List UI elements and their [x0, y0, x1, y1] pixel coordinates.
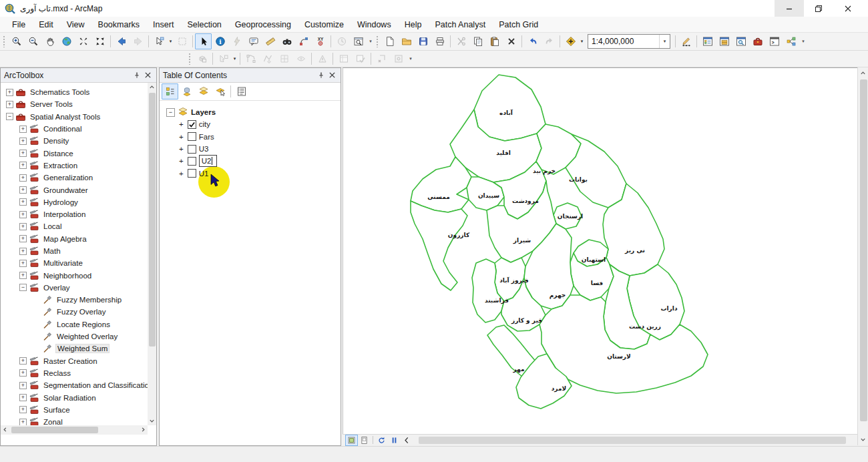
arctoolbox-item-server-tools[interactable]: +Server Tools — [1, 98, 148, 110]
expand-icon[interactable]: + — [19, 174, 27, 182]
modelbuilder-window-button[interactable] — [783, 33, 799, 49]
arctoolbox-item-reclass[interactable]: +Reclass — [1, 367, 148, 379]
zoom-out-button[interactable] — [25, 33, 41, 49]
arctoolbox-item-fuzzy-membership[interactable]: Fuzzy Membership — [1, 294, 148, 306]
clear-topology-button[interactable] — [373, 51, 390, 67]
time-slider-button[interactable] — [333, 33, 350, 49]
fix-topology-error-tool-button[interactable] — [314, 51, 331, 67]
list-by-drawing-order-button[interactable] — [162, 83, 178, 99]
expand-icon[interactable]: + — [19, 235, 27, 242]
go-forward-extent-button[interactable] — [130, 33, 146, 49]
pin-icon[interactable] — [132, 70, 142, 81]
menu-help[interactable]: Help — [398, 17, 429, 32]
topology-edit-tool-button[interactable] — [215, 51, 232, 67]
arctoolbox-item-map-algebra[interactable]: +Map Algebra — [1, 233, 148, 245]
hyperlink-button[interactable] — [228, 33, 245, 49]
arctoolbox-item-groundwater[interactable]: +Groundwater — [1, 184, 148, 196]
arctoolbox-item-distance[interactable]: +Distance — [1, 147, 148, 159]
arctoolbox-item-weighted-sum[interactable]: Weighted Sum — [1, 342, 148, 355]
split-polygons-button[interactable] — [259, 51, 276, 67]
close-button[interactable] — [833, 0, 863, 17]
expand-icon[interactable]: + — [19, 211, 27, 218]
scroll-left-icon[interactable] — [1, 425, 9, 434]
cut-button[interactable] — [453, 33, 469, 49]
expand-icon[interactable]: + — [19, 138, 27, 145]
add-data-button[interactable] — [562, 33, 579, 49]
map-scale-combo[interactable]: 1:4,000,000▾ — [588, 34, 670, 49]
identify-button[interactable]: i — [212, 33, 228, 49]
save-button[interactable] — [415, 33, 431, 49]
arctoolbox-item-overlay[interactable]: −Overlay — [1, 282, 148, 294]
python-window-button[interactable]: > — [766, 33, 783, 49]
scroll-up-icon[interactable] — [859, 69, 867, 77]
planarize-lines-button[interactable] — [276, 51, 292, 67]
expand-icon[interactable]: + — [19, 382, 27, 389]
expand-icon[interactable]: + — [19, 186, 27, 194]
expand-icon[interactable]: + — [19, 198, 27, 206]
chevron-down-icon[interactable]: ▾ — [232, 51, 238, 66]
expand-icon[interactable]: + — [6, 89, 13, 96]
pause-drawing-button[interactable] — [388, 435, 401, 446]
catalog-window-button[interactable] — [716, 33, 732, 49]
expand-icon[interactable]: + — [19, 357, 27, 365]
layer-visibility-checkbox[interactable] — [188, 145, 196, 154]
arctoolbox-item-density[interactable]: +Density — [1, 135, 148, 147]
open-button[interactable] — [398, 33, 415, 49]
menu-edit[interactable]: Edit — [32, 17, 60, 32]
minimize-button[interactable] — [775, 0, 804, 17]
toolbar-grip[interactable] — [376, 35, 379, 47]
arctoolbox-item-hydrology[interactable]: +Hydrology — [1, 196, 148, 208]
expand-icon[interactable]: + — [19, 394, 27, 401]
close-icon[interactable] — [327, 70, 337, 81]
collapse-icon[interactable]: − — [166, 108, 175, 117]
toc-layer-u1[interactable]: +U1 — [160, 167, 341, 179]
print-button[interactable] — [431, 33, 448, 49]
map-hscrollbar-thumb[interactable] — [419, 437, 846, 444]
arctoolbox-item-conditional[interactable]: +Conditional — [1, 123, 148, 135]
expand-icon[interactable]: + — [19, 248, 27, 255]
toc-layer-fars[interactable]: +Fars — [160, 131, 341, 143]
expand-icon[interactable]: + — [179, 170, 184, 178]
scroll-right-icon[interactable] — [139, 425, 148, 434]
arctoolbox-item-surface[interactable]: +Surface — [1, 404, 148, 416]
arctoolbox-item-spatial-analyst-tools[interactable]: −Spatial Analyst Tools — [1, 111, 148, 123]
collapse-icon[interactable]: − — [19, 284, 27, 291]
layer-visibility-checkbox[interactable] — [188, 120, 196, 129]
toolbar-overflow-icon[interactable]: ▾ — [367, 34, 375, 49]
arctoolbox-item-raster-creation[interactable]: +Raster Creation — [1, 355, 148, 367]
toc-layer-u3[interactable]: +U3 — [160, 143, 341, 155]
layout-view-button[interactable] — [358, 435, 371, 446]
pan-button[interactable] — [41, 33, 58, 49]
restore-button[interactable] — [804, 0, 833, 17]
new-map-file-button[interactable] — [381, 33, 398, 49]
arctoolbox-item-interpolation[interactable]: +Interpolation — [1, 208, 148, 220]
pin-icon[interactable] — [316, 70, 327, 81]
expand-icon[interactable]: + — [19, 150, 27, 157]
toc-root-layers[interactable]: −Layers — [160, 106, 341, 118]
menu-view[interactable]: View — [60, 17, 91, 32]
measure-button[interactable] — [262, 33, 278, 49]
arctoolbox-item-multivariate[interactable]: +Multivariate — [1, 257, 148, 269]
clear-selected-features-button[interactable] — [174, 33, 190, 49]
layer-visibility-checkbox[interactable] — [188, 132, 196, 141]
list-by-visibility-button[interactable] — [195, 83, 212, 99]
arctoolbox-item-local[interactable]: +Local — [1, 220, 148, 232]
layer-visibility-checkbox[interactable] — [188, 157, 196, 166]
arctoolbox-item-segmentation-and-classification[interactable]: +Segmentation and Classification — [1, 379, 148, 391]
select-elements-button[interactable] — [195, 33, 212, 49]
arctoolbox-item-weighted-overlay[interactable]: Weighted Overlay — [1, 330, 148, 342]
toc-options-button[interactable] — [233, 83, 250, 99]
map-canvas[interactable]: آبادهاقلیدخرم بیدبواناتنی ریزممسنیسپیدان… — [343, 67, 857, 434]
arctoolbox-vscrollbar[interactable] — [148, 83, 156, 425]
go-to-xy-button[interactable]: XY — [312, 33, 329, 49]
arctoolbox-window-button[interactable] — [749, 33, 766, 49]
toolbar-overflow-icon[interactable]: ▾ — [799, 34, 807, 49]
undo-button[interactable] — [524, 33, 541, 49]
search-window-button[interactable] — [732, 33, 749, 49]
topology-properties-button[interactable] — [390, 51, 407, 67]
table-of-contents-window-button[interactable] — [699, 33, 716, 49]
expand-icon[interactable]: + — [179, 120, 184, 128]
scroll-down-icon[interactable] — [859, 435, 867, 444]
refresh-button[interactable] — [375, 435, 388, 446]
scroll-up-icon[interactable] — [148, 83, 156, 91]
